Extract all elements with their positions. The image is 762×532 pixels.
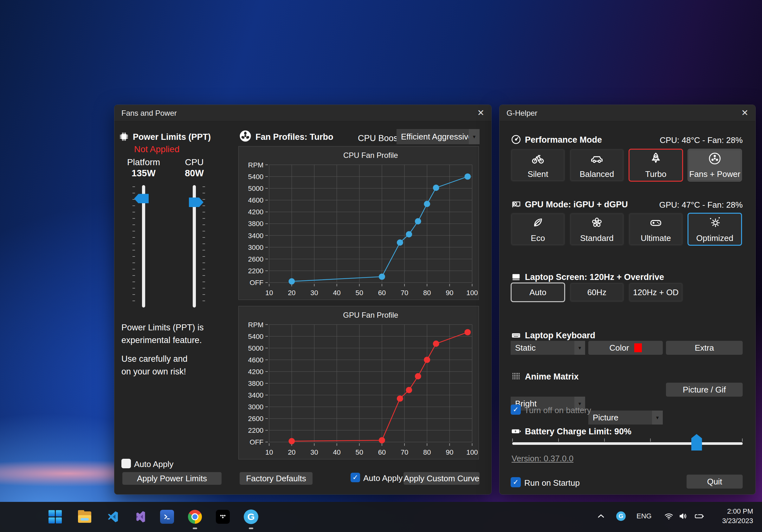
svg-text:GPU Fan Profile: GPU Fan Profile [343,311,398,319]
platform-slider-track[interactable] [142,185,145,308]
wifi-icon[interactable] [664,511,674,521]
tray-ghelper-icon[interactable]: G [616,511,626,521]
svg-text:60: 60 [378,289,386,297]
battery-slider-track[interactable] [512,442,743,445]
screen-option-auto[interactable]: Auto [511,282,565,302]
fan-icon [708,152,722,166]
battery-slider-handle[interactable] [691,434,702,450]
gpu-mode-button-eco[interactable]: Eco [511,213,565,246]
curve-auto-apply-label: Auto Apply [363,473,403,483]
power-auto-apply-checkbox[interactable] [121,459,131,468]
laptop-screen-header: Laptop Screen: 120Hz + Overdrive [525,272,664,282]
cpu-boost-select[interactable]: Efficient Aggressive ▾ [397,129,480,144]
matrix-picture-gif-button[interactable]: Picture / Gif [666,383,743,397]
taskbar-chrome-button[interactable] [185,507,205,527]
svg-text:40: 40 [333,289,341,297]
taskbar-start-button[interactable] [45,507,65,527]
svg-text:RPM: RPM [248,321,264,329]
fans-window-title: Fans and Power [121,109,177,117]
platform-label: Platform [124,157,163,167]
g-helper-window: G-Helper ✕ Performance Mode CPU: 48°C - … [499,105,756,494]
svg-text:4200: 4200 [248,368,264,376]
svg-text:30: 30 [310,448,318,456]
taskbar-ghelper-button[interactable]: G [241,507,261,527]
keyboard-mode-select[interactable]: Static ▾ [511,341,585,355]
run-on-startup-label: Run on Startup [524,478,580,488]
taskbar-tidal-button[interactable] [213,507,233,527]
curve-auto-apply-checkbox[interactable]: ✓ [350,473,360,482]
taskbar-visual-studio-button[interactable] [130,507,150,527]
chevron-down-icon[interactable]: ▾ [574,341,585,355]
svg-text:80: 80 [423,289,431,297]
platform-slider-handle[interactable] [134,194,149,203]
tile-label: 120Hz + OD [633,287,679,297]
tile-label: Silent [527,169,548,179]
taskbar-vscode-button[interactable] [102,507,123,527]
svg-text:3000: 3000 [248,403,264,411]
flower-icon [590,216,604,230]
gpu-mode-button-optimized[interactable]: Optimized [688,213,742,246]
fans-window-titlebar[interactable]: Fans and Power ✕ [114,105,491,121]
chevron-down-icon[interactable]: ▾ [652,411,663,424]
matrix-battery-checkbox[interactable]: ✓ [511,405,521,415]
svg-text:50: 50 [356,448,363,456]
fans-and-power-window: Fans and Power ✕ Power Limits (PPT) Not … [114,105,492,494]
cpu-fan-chart: 102030405060708090100OFF2200260030003400… [239,146,479,300]
svg-text:4600: 4600 [248,196,264,204]
mode-button-fans-power[interactable]: Fans + Power [688,149,742,182]
tile-label: Standard [580,233,614,243]
mode-button-silent[interactable]: Silent [511,149,565,182]
svg-text:3400: 3400 [248,391,264,399]
battery-charging-icon[interactable] [694,511,705,521]
gpu-fan-chart-panel[interactable]: 102030405060708090100OFF2200260030003400… [238,306,479,459]
run-on-startup-checkbox[interactable]: ✓ [511,477,521,487]
matrix-running-select[interactable]: Picture ▾ [588,411,663,424]
cpu-slider-ticks [202,187,205,306]
battery-icon [511,426,521,436]
svg-text:40: 40 [333,448,341,456]
close-icon[interactable]: ✕ [477,109,484,117]
svg-text:3800: 3800 [248,379,264,387]
cpu-fan-chart-panel[interactable]: 102030405060708090100OFF2200260030003400… [238,146,479,300]
svg-text:4200: 4200 [248,208,264,216]
mode-button-turbo[interactable]: Turbo [629,149,683,182]
svg-text:RPM: RPM [248,161,264,169]
apply-custom-curve-button[interactable]: Apply Custom Curve [404,472,480,485]
svg-text:90: 90 [446,289,453,297]
terminal-icon [160,510,174,524]
close-icon[interactable]: ✕ [741,109,748,117]
apply-power-limits-button[interactable]: Apply Power Limits [122,472,222,485]
svg-text:50: 50 [356,289,363,297]
svg-text:80: 80 [423,448,431,456]
tray-language-label[interactable]: ENG [637,512,652,520]
chevron-down-icon[interactable]: ▾ [469,129,480,144]
svg-text:2600: 2600 [248,255,264,263]
svg-text:5400: 5400 [248,173,264,181]
keyboard-color-button[interactable]: Color [588,341,663,355]
screen-option-60hz[interactable]: 60Hz [570,282,624,302]
factory-defaults-button[interactable]: Factory Defaults [240,472,313,485]
cpu-label: CPU [175,157,213,167]
speaker-icon[interactable] [678,511,688,521]
cpu-chip-icon [118,131,130,142]
svg-text:2200: 2200 [248,267,264,275]
gpu-mode-button-ultimate[interactable]: Ultimate [629,213,683,246]
version-link[interactable]: Version: 0.37.0.0 [511,454,573,464]
fan-icon [239,130,252,142]
tile-label: Fans + Power [689,169,740,179]
ghelper-titlebar[interactable]: G-Helper ✕ [499,105,755,121]
svg-text:3800: 3800 [248,220,264,228]
svg-text:60: 60 [378,448,386,456]
gpu-mode-button-standard[interactable]: Standard [570,213,624,246]
quit-button[interactable]: Quit [687,475,743,489]
svg-text:OFF: OFF [250,438,264,446]
mode-button-balanced[interactable]: Balanced [570,149,624,182]
cpu-slider-handle[interactable] [189,197,203,207]
taskbar-file-explorer-button[interactable] [74,507,95,527]
taskbar-terminal-button[interactable] [157,507,177,527]
tray-clock[interactable]: 2:00 PM 3/23/2023 [722,507,753,526]
tray-chevron-up-icon[interactable] [596,511,606,521]
keyboard-extra-button[interactable]: Extra [666,341,743,355]
keyboard-icon [511,330,521,341]
screen-option-120hz-od[interactable]: 120Hz + OD [629,282,683,302]
